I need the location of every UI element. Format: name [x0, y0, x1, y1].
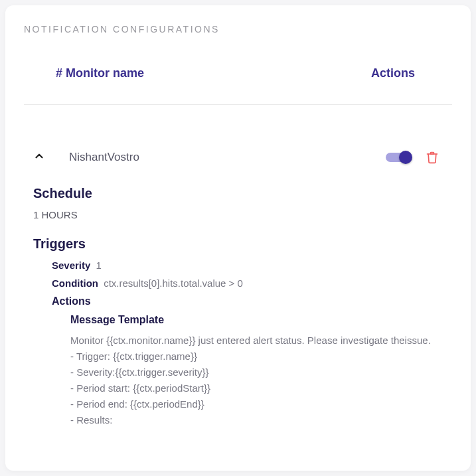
- condition-value: ctx.results[0].hits.total.value > 0: [104, 278, 243, 289]
- condition-row: Condition ctx.results[0].hits.total.valu…: [52, 278, 443, 289]
- monitor-name: NishantVostro: [69, 151, 386, 164]
- card-title: NOTIFICATION CONFIGURATIONS: [5, 24, 471, 35]
- actions-heading: Actions: [52, 295, 443, 307]
- message-template-heading: Message Template: [70, 314, 443, 326]
- severity-row: Severity 1: [52, 260, 443, 271]
- delete-button[interactable]: [426, 151, 439, 164]
- condition-label: Condition: [52, 278, 98, 289]
- monitor-row: NishantVostro: [24, 122, 452, 183]
- triggers-heading: Triggers: [33, 236, 443, 252]
- column-actions: Actions: [371, 66, 415, 80]
- severity-value: 1: [96, 260, 102, 271]
- triggers-block: Severity 1 Condition ctx.results[0].hits…: [33, 260, 443, 428]
- schedule-heading: Schedule: [33, 186, 443, 201]
- enable-toggle[interactable]: [386, 153, 410, 162]
- notification-config-card: NOTIFICATION CONFIGURATIONS # Monitor na…: [5, 5, 471, 471]
- column-monitor-name: # Monitor name: [56, 66, 144, 80]
- schedule-value: 1 HOURS: [33, 209, 443, 220]
- toggle-knob: [399, 151, 412, 164]
- severity-label: Severity: [52, 260, 90, 271]
- message-template-body: Monitor {{ctx.monitor.name}} just entere…: [70, 333, 443, 428]
- actions-block: Message Template Monitor {{ctx.monitor.n…: [52, 314, 443, 428]
- table-header: # Monitor name Actions: [24, 35, 452, 105]
- schedule-section: Schedule 1 HOURS Triggers Severity 1 Con…: [24, 186, 452, 428]
- scroll-region[interactable]: NishantVostro Schedule 1 HOURS Triggers …: [5, 122, 471, 471]
- chevron-up-icon[interactable]: [33, 150, 45, 165]
